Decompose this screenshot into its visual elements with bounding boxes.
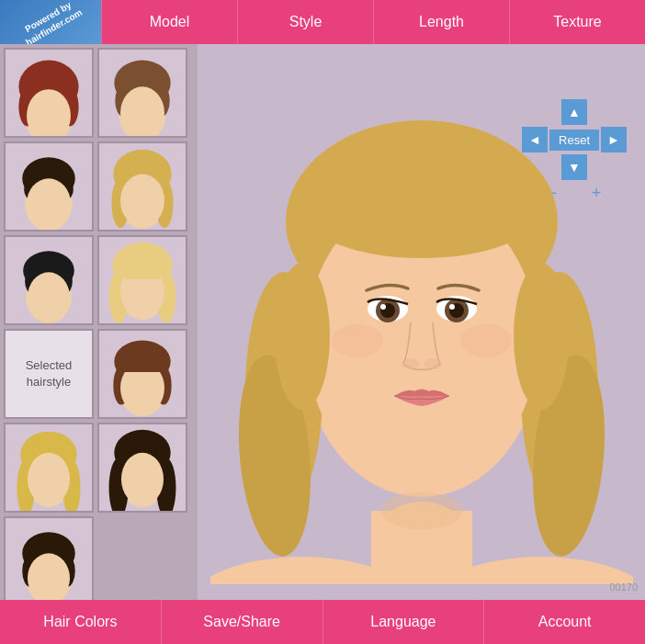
- svg-point-73: [449, 304, 455, 310]
- svg-point-63: [304, 166, 539, 258]
- hairstyle-thumb-5[interactable]: [4, 235, 94, 325]
- model-display: [198, 44, 645, 600]
- hairstyle-thumb-selected[interactable]: Selected hairstyle: [4, 329, 94, 419]
- svg-rect-36: [124, 360, 161, 372]
- top-nav: Powered by hairfinder.com Model Style Le…: [0, 0, 645, 44]
- svg-point-75: [424, 358, 442, 369]
- svg-point-65: [514, 263, 569, 410]
- hairstyle-thumb-4[interactable]: [97, 141, 187, 232]
- tab-model[interactable]: Model: [101, 0, 237, 44]
- tab-account[interactable]: Account: [484, 600, 645, 644]
- svg-point-24: [28, 272, 70, 322]
- hairstyle-thumb-8[interactable]: [97, 329, 187, 419]
- preview-area: ▲ ◄ Reset ► ▼ − +: [198, 44, 645, 600]
- hairstyle-thumb-9[interactable]: [4, 423, 94, 513]
- svg-point-77: [460, 324, 512, 357]
- tab-hair-colors[interactable]: Hair Colors: [0, 600, 162, 644]
- tab-style[interactable]: Style: [237, 0, 373, 44]
- selected-label: Selected hairstyle: [6, 357, 92, 390]
- tab-save-share[interactable]: Save/Share: [162, 600, 323, 644]
- hairstyle-thumb-3[interactable]: [4, 141, 94, 232]
- svg-point-14: [27, 178, 71, 228]
- hairstyle-thumb-11[interactable]: [4, 516, 94, 600]
- hairstyle-thumb-6[interactable]: [97, 235, 187, 325]
- svg-point-69: [380, 304, 386, 310]
- svg-point-76: [332, 324, 383, 357]
- svg-rect-30: [124, 266, 161, 279]
- watermark: 00170: [609, 582, 638, 593]
- svg-point-9: [120, 86, 164, 138]
- bottom-bar: Hair Colors Save/Share Language Account: [0, 600, 645, 644]
- model-svg: [210, 61, 633, 584]
- tab-length[interactable]: Length: [373, 0, 509, 44]
- tab-texture[interactable]: Texture: [509, 0, 645, 44]
- hairstyle-sidebar: Selected hairstyle: [0, 44, 198, 600]
- logo-area: Powered by hairfinder.com: [0, 0, 101, 44]
- hairstyle-thumb-1[interactable]: [4, 48, 94, 138]
- svg-point-41: [28, 453, 70, 506]
- svg-point-64: [275, 263, 330, 410]
- hairstyle-thumb-10[interactable]: [97, 423, 187, 513]
- svg-point-78: [380, 492, 463, 529]
- hairstyle-thumb-2[interactable]: [97, 48, 187, 138]
- svg-point-46: [121, 453, 164, 506]
- svg-point-19: [120, 175, 164, 228]
- logo-text: Powered by hairfinder.com: [17, 0, 85, 44]
- main-content: Selected hairstyle: [0, 44, 645, 600]
- tab-language[interactable]: Language: [323, 600, 485, 644]
- svg-point-74: [402, 358, 420, 369]
